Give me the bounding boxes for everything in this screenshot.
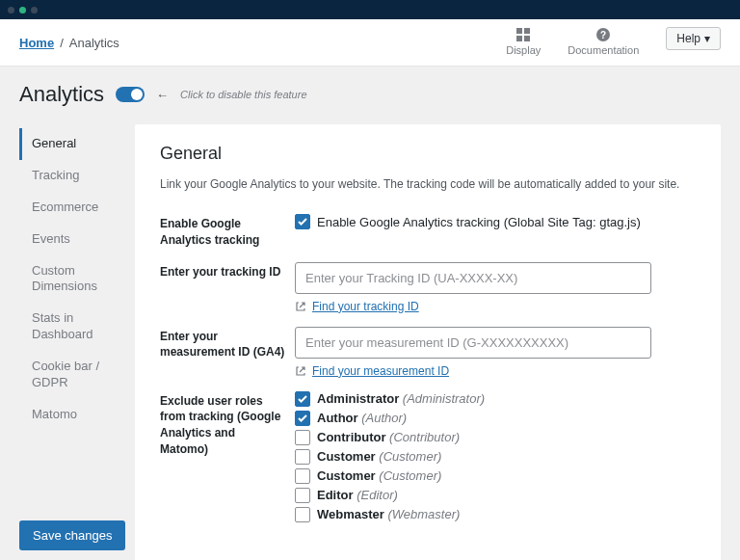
role-checkbox-editor[interactable] xyxy=(295,488,310,503)
svg-rect-0 xyxy=(516,28,522,34)
panel-description: Link your Google Analytics to your websi… xyxy=(160,177,696,191)
role-label: Customer (Customer) xyxy=(317,449,441,464)
field-label-tracking-id: Enter your tracking ID xyxy=(160,262,285,280)
role-label: Webmaster (Webmaster) xyxy=(317,507,460,521)
svg-rect-1 xyxy=(524,28,530,34)
help-dropdown[interactable]: Help ▾ xyxy=(666,27,721,50)
find-measurement-id-link[interactable]: Find your measurement ID xyxy=(312,364,449,378)
sidebar-item-tracking[interactable]: Tracking xyxy=(19,160,116,192)
role-checkbox-contributor[interactable] xyxy=(295,430,310,445)
role-checkbox-customer[interactable] xyxy=(295,468,310,484)
breadcrumb: Home / Analytics xyxy=(19,34,119,50)
chevron-down-icon: ▾ xyxy=(704,32,710,45)
page-title: Analytics xyxy=(19,82,104,107)
role-checkbox-author[interactable] xyxy=(295,411,310,426)
display-icon xyxy=(515,27,531,42)
settings-panel: General Link your Google Analytics to yo… xyxy=(135,124,721,560)
role-checkbox-webmaster[interactable] xyxy=(295,507,310,522)
sidebar-item-matomo[interactable]: Matomo xyxy=(19,399,116,431)
tracking-id-input[interactable] xyxy=(295,262,651,294)
documentation-button[interactable]: ? Documentation xyxy=(568,27,639,56)
enable-tracking-label: Enable Google Analytics tracking (Global… xyxy=(317,215,641,229)
sidebar-item-cookie-bar-gdpr[interactable]: Cookie bar / GDPR xyxy=(19,351,116,399)
panel-title: General xyxy=(160,144,696,164)
role-checkbox-customer[interactable] xyxy=(295,449,310,465)
page-heading-row: Analytics ← Click to disable this featur… xyxy=(19,82,721,107)
field-label-exclude-roles: Exclude user roles from tracking (Google… xyxy=(160,391,285,458)
sidebar-item-stats-in-dashboard[interactable]: Stats in Dashboard xyxy=(19,303,116,351)
role-label: Administrator (Administrator) xyxy=(317,391,485,406)
svg-text:?: ? xyxy=(600,30,606,40)
feature-toggle[interactable] xyxy=(116,87,145,102)
svg-rect-3 xyxy=(524,36,530,41)
display-button[interactable]: Display xyxy=(506,27,541,56)
measurement-id-input[interactable] xyxy=(295,327,651,359)
toggle-hint-text: Click to disable this feature xyxy=(180,89,306,100)
window-titlebar xyxy=(0,0,740,19)
role-label: Editor (Editor) xyxy=(317,488,398,502)
settings-sidebar: GeneralTrackingEcommerceEventsCustom Dim… xyxy=(19,124,116,560)
sidebar-item-events[interactable]: Events xyxy=(19,224,116,255)
breadcrumb-separator: / xyxy=(60,36,64,50)
svg-rect-2 xyxy=(516,36,522,41)
save-changes-button[interactable]: Save changes xyxy=(19,520,125,550)
field-label-measurement-id: Enter your measurement ID (GA4) xyxy=(160,327,285,361)
external-link-icon xyxy=(295,301,306,312)
field-label-enable: Enable Google Analytics tracking xyxy=(160,214,285,249)
sidebar-item-general[interactable]: General xyxy=(19,128,116,160)
help-circle-icon: ? xyxy=(595,27,611,42)
role-label: Customer (Customer) xyxy=(317,468,441,483)
enable-tracking-checkbox[interactable] xyxy=(295,214,310,229)
role-label: Author (Author) xyxy=(317,411,407,425)
find-tracking-id-link[interactable]: Find your tracking ID xyxy=(312,300,419,313)
top-header: Home / Analytics Display ? Documentation… xyxy=(0,19,740,67)
role-label: Contributor (Contributor) xyxy=(317,430,460,444)
role-checkbox-administrator[interactable] xyxy=(295,391,310,407)
sidebar-item-ecommerce[interactable]: Ecommerce xyxy=(19,192,116,224)
external-link-icon xyxy=(295,365,306,377)
arrow-left-icon: ← xyxy=(156,88,169,102)
breadcrumb-current: Analytics xyxy=(69,36,119,50)
breadcrumb-home-link[interactable]: Home xyxy=(19,36,54,50)
sidebar-item-custom-dimensions[interactable]: Custom Dimensions xyxy=(19,255,116,304)
